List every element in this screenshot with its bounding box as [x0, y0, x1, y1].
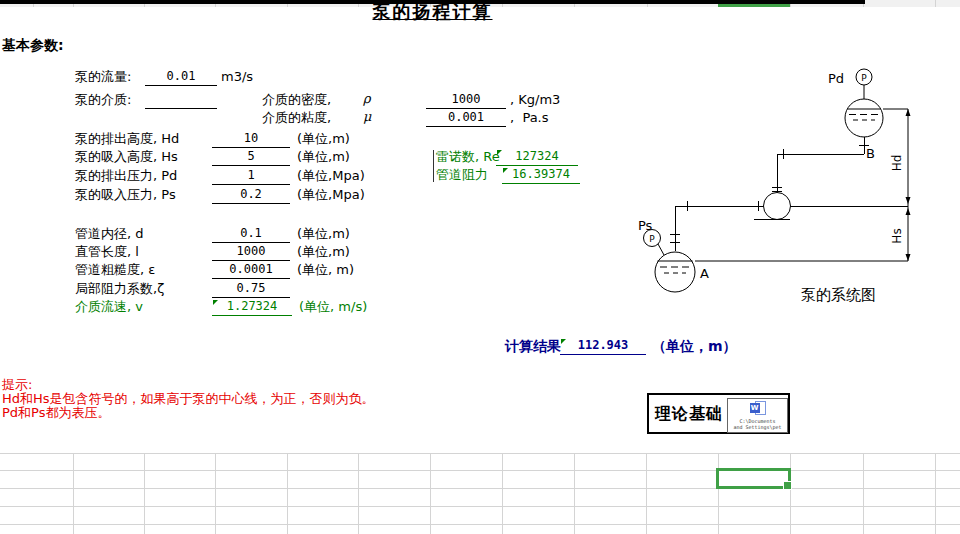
flow-label: 泵的流量:	[75, 69, 131, 85]
tank-b	[845, 99, 883, 137]
gridline	[935, 453, 936, 534]
cell-border-fragment	[433, 150, 434, 182]
gridline	[574, 453, 575, 534]
gridline	[430, 453, 431, 534]
viscosity-label: 介质的粘度,	[262, 110, 331, 126]
pd-diagram-label: Pd	[828, 71, 844, 86]
flow-unit: m3/s	[221, 69, 253, 85]
result-value-cell[interactable]: 112.943	[560, 338, 646, 355]
gridline	[935, 0, 936, 7]
hd-dimension-label: Hd	[890, 155, 904, 172]
embedded-doc-object[interactable]: W C:\Documents and Settings\pet	[727, 398, 788, 433]
pump-system-diagram: P Pd P Ps Hd Hs B A 泵的	[620, 58, 960, 312]
gridline	[863, 453, 864, 534]
density-label: 介质的密度,	[262, 92, 331, 108]
flow-value-cell[interactable]: 0.01	[145, 69, 217, 86]
pipe-resistance-value-cell[interactable]: 16.39374	[502, 167, 580, 184]
selected-cell[interactable]	[716, 468, 791, 489]
density-symbol: ρ	[363, 91, 371, 107]
theory-basis-label: 理论基础	[655, 404, 723, 425]
hs-label: 泵的吸入高度, Hs	[75, 149, 178, 165]
reynolds-value-cell[interactable]: 127324	[496, 149, 578, 166]
ps-diagram-label: Ps	[638, 218, 653, 233]
ps-unit: (单位,Mpa)	[297, 187, 365, 203]
hs-value-cell[interactable]: 5	[212, 149, 290, 166]
viscosity-unit: , Pa.s	[510, 110, 549, 126]
comment-marker-icon	[497, 150, 502, 155]
comment-marker-icon	[503, 168, 508, 173]
viscosity-value-cell[interactable]: 0.001	[426, 110, 506, 127]
roughness-value-cell[interactable]: 0.0001	[212, 262, 290, 279]
pd-label: 泵的排出压力, Pd	[75, 168, 177, 184]
diagram-caption: 泵的系统图	[801, 286, 876, 304]
roughness-unit: (单位, m)	[297, 262, 354, 278]
gridline	[718, 453, 719, 534]
comment-marker-icon	[561, 339, 566, 344]
gridline	[73, 453, 74, 534]
local-resistance-value-cell[interactable]: 0.75	[212, 281, 290, 298]
pipe-resistance-label: 管道阻力	[436, 167, 488, 183]
pressure-gauge-ps: P	[644, 230, 665, 256]
theory-basis-button[interactable]: 理论基础 W C:\Documents and Settings\pet	[647, 393, 790, 434]
result-label: 计算结果	[505, 338, 561, 354]
velocity-unit: (单位, m/s)	[299, 299, 367, 315]
svg-text:P: P	[861, 73, 867, 83]
pd-unit: (单位,Mpa)	[297, 168, 365, 184]
pd-value-cell[interactable]: 1	[212, 168, 290, 185]
velocity-value-cell[interactable]: 1.27324	[212, 299, 292, 316]
hd-label: 泵的排出高度, Hd	[75, 131, 179, 147]
ps-label: 泵的吸入压力, Ps	[75, 187, 176, 203]
tank-a	[655, 252, 695, 292]
hd-value-cell[interactable]: 10	[212, 131, 290, 148]
result-unit: （单位，m）	[652, 338, 737, 354]
comment-marker-icon	[213, 300, 218, 305]
local-resistance-label: 局部阻力系数,ζ	[75, 281, 164, 297]
pipe-length-value-cell[interactable]: 1000	[212, 244, 290, 261]
pipe-length-unit: (单位,m)	[297, 244, 350, 260]
velocity-label: 介质流速, v	[75, 299, 143, 315]
viscosity-symbol: μ	[363, 109, 371, 125]
ole-caption-line-2: and Settings\pet	[728, 424, 787, 430]
fill-handle[interactable]	[783, 481, 792, 490]
roughness-label: 管道粗糙度, ε	[75, 262, 155, 278]
svg-text:P: P	[649, 234, 655, 244]
hd-unit: (单位,m)	[297, 131, 350, 147]
hs-dimension-label: Hs	[890, 228, 904, 243]
pipe-diameter-value-cell[interactable]: 0.1	[212, 226, 290, 243]
density-value-cell[interactable]: 1000	[426, 92, 506, 109]
tank-a-label: A	[700, 266, 709, 281]
word-document-icon: W	[750, 401, 766, 414]
gridline	[790, 453, 791, 534]
pressure-gauge-pd: P	[856, 69, 872, 99]
pipe-length-label: 直管长度, l	[75, 244, 139, 260]
gridline	[646, 453, 647, 534]
gridline	[358, 453, 359, 534]
density-unit: , Kg/m3	[510, 92, 560, 108]
hint-line-3: Pd和Ps都为表压。	[2, 405, 110, 421]
gridline	[502, 453, 503, 534]
reynolds-label: 雷诺数, Re	[436, 149, 500, 165]
tank-b-label: B	[866, 146, 875, 161]
content-bottom-rule	[0, 0, 864, 4]
gridline	[287, 453, 288, 534]
gridline	[215, 453, 216, 534]
ps-value-cell[interactable]: 0.2	[212, 187, 290, 204]
medium-label: 泵的介质:	[75, 92, 131, 108]
gridline	[144, 453, 145, 534]
hs-unit: (单位,m)	[297, 149, 350, 165]
section-heading: 基本参数:	[2, 37, 64, 53]
spreadsheet-canvas: 泵的扬程计算 基本参数: 泵的流量: 0.01 m3/s 泵的介质: 介质的密度…	[0, 0, 960, 534]
pump-symbol	[764, 193, 791, 220]
pipe-diameter-label: 管道内径, d	[75, 226, 144, 242]
pipe-diameter-unit: (单位,m)	[297, 226, 350, 242]
medium-value-cell[interactable]	[145, 92, 217, 109]
